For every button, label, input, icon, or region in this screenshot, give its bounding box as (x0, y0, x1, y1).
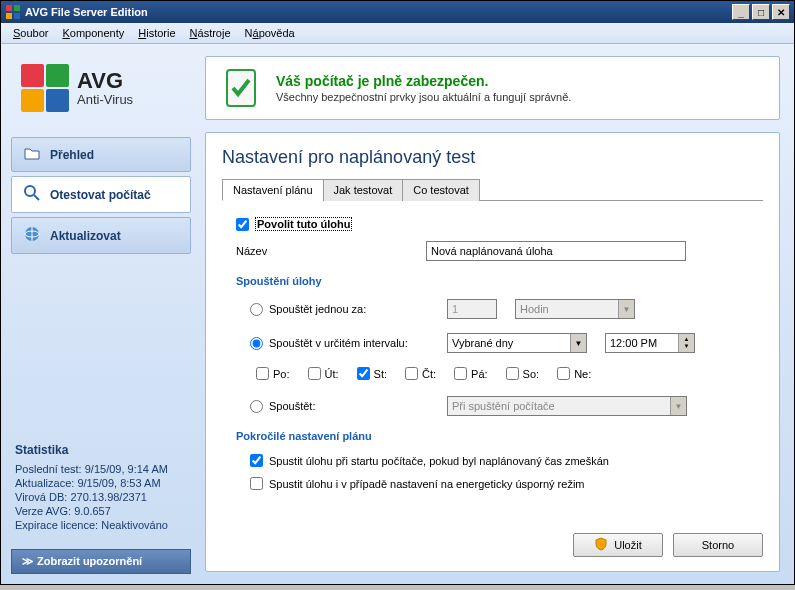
stats-db-value: 270.13.98/2371 (70, 491, 146, 503)
stats-lic-value: Neaktivováno (101, 519, 168, 531)
day-fri-checkbox[interactable] (454, 367, 467, 380)
run-on-select: Při spuštění počítače ▼ (447, 396, 687, 416)
day-sat-label: So: (523, 368, 540, 380)
close-button[interactable]: ✕ (772, 4, 790, 20)
chevron-down-icon[interactable]: ▼ (570, 334, 586, 352)
run-every-value (447, 299, 497, 319)
day-sat-checkbox[interactable] (506, 367, 519, 380)
svg-line-5 (34, 195, 39, 200)
minimize-button[interactable]: _ (732, 4, 750, 20)
chevron-down-icon: ▼ (618, 300, 634, 318)
menu-file[interactable]: Soubor (7, 25, 54, 41)
day-sun-checkbox[interactable] (557, 367, 570, 380)
globe-icon (24, 226, 40, 245)
logo-name: AVG (77, 70, 133, 92)
day-tue-checkbox[interactable] (308, 367, 321, 380)
cancel-button[interactable]: Storno (673, 533, 763, 557)
show-notifications-label: Zobrazit upozornění (37, 555, 142, 567)
svg-rect-1 (14, 5, 20, 11)
magnifier-icon (24, 185, 40, 204)
run-every-label: Spouštět jednou za: (269, 303, 441, 315)
status-title: Váš počítač je plně zabezpečen. (276, 73, 571, 89)
save-button-label: Uložit (614, 539, 642, 551)
nav-update-label: Aktualizovat (50, 229, 121, 243)
maximize-button[interactable]: □ (752, 4, 770, 20)
day-mon-checkbox[interactable] (256, 367, 269, 380)
menu-history[interactable]: Historie (132, 25, 181, 41)
days-row: Po: Út: St: Čt: Pá: So: Ne: (256, 367, 749, 380)
tab-schedule[interactable]: Nastavení plánu (222, 179, 324, 201)
cancel-button-label: Storno (702, 539, 734, 551)
day-thu-label: Čt: (422, 368, 436, 380)
stats-block: Statistika Poslední test: 9/15/09, 9:14 … (11, 437, 191, 539)
run-interval-label: Spouštět v určitém intervalu: (269, 337, 441, 349)
stats-update-label: Aktualizace: (15, 477, 74, 489)
stats-ver-label: Verze AVG: (15, 505, 71, 517)
adv-missed-label: Spustit úlohu při startu počítače, pokud… (269, 455, 609, 467)
folder-icon (24, 146, 40, 163)
task-name-input[interactable] (426, 241, 686, 261)
day-tue-label: Út: (325, 368, 339, 380)
save-button[interactable]: Uložit (573, 533, 663, 557)
adv-powersave-checkbox[interactable] (250, 477, 263, 490)
nav-overview-label: Přehled (50, 148, 94, 162)
day-wed-label: St: (374, 368, 387, 380)
nav-update[interactable]: Aktualizovat (11, 217, 191, 254)
day-thu-checkbox[interactable] (405, 367, 418, 380)
panel-title: Nastavení pro naplánovaný test (222, 147, 763, 168)
nav-scan[interactable]: Otestovat počítač (11, 176, 191, 213)
stats-update-value: 9/15/09, 8:53 AM (77, 477, 160, 489)
adv-powersave-label: Spustit úlohu i v případě nastavení na e… (269, 478, 585, 490)
stats-db-label: Virová DB: (15, 491, 67, 503)
shield-icon (594, 537, 608, 553)
tab-what[interactable]: Co testovat (402, 179, 480, 201)
shield-check-icon (220, 67, 262, 109)
svg-rect-0 (6, 5, 12, 11)
menu-components[interactable]: Komponenty (56, 25, 130, 41)
menu-help[interactable]: Nápověda (239, 25, 301, 41)
app-icon (5, 4, 21, 20)
interval-time-value: 12:00 PM (606, 337, 678, 349)
logo: AVG Anti-Virus (11, 64, 191, 112)
stats-lic-label: Expirace licence: (15, 519, 98, 531)
menu-tools[interactable]: Nástroje (184, 25, 237, 41)
tabs: Nastavení plánu Jak testovat Co testovat (222, 178, 763, 201)
svg-point-4 (25, 186, 35, 196)
name-label: Název (236, 245, 426, 257)
nav-scan-label: Otestovat počítač (50, 188, 151, 202)
run-on-value: Při spuštění počítače (448, 400, 670, 412)
app-window: AVG File Server Edition _ □ ✕ Soubor Kom… (0, 0, 795, 585)
tab-how[interactable]: Jak testovat (323, 179, 404, 201)
stats-ver-value: 9.0.657 (74, 505, 111, 517)
window-title: AVG File Server Edition (25, 6, 732, 18)
adv-missed-checkbox[interactable] (250, 454, 263, 467)
chevron-down-icon: ▼ (670, 397, 686, 415)
spinner-icon[interactable]: ▲▼ (678, 334, 694, 352)
menubar: Soubor Komponenty Historie Nástroje Nápo… (1, 23, 794, 44)
svg-rect-3 (14, 13, 20, 19)
run-on-radio[interactable] (250, 400, 263, 413)
titlebar: AVG File Server Edition _ □ ✕ (1, 1, 794, 23)
run-on-label: Spouštět: (269, 400, 441, 412)
advanced-heading: Pokročilé nastavení plánu (236, 430, 749, 442)
interval-days-select[interactable]: Vybrané dny ▼ (447, 333, 587, 353)
enable-task-label: Povolit tuto úlohu (255, 217, 352, 231)
status-sub: Všechny bezpečnostní prvky jsou aktuální… (276, 91, 571, 103)
run-every-unit-value: Hodin (516, 303, 618, 315)
run-interval-radio[interactable] (250, 337, 263, 350)
interval-time-select[interactable]: 12:00 PM ▲▼ (605, 333, 695, 353)
nav-overview[interactable]: Přehled (11, 137, 191, 172)
day-wed-checkbox[interactable] (357, 367, 370, 380)
run-every-radio[interactable] (250, 303, 263, 316)
stats-lastscan-value: 9/15/09, 9:14 AM (85, 463, 168, 475)
svg-rect-2 (6, 13, 12, 19)
day-fri-label: Pá: (471, 368, 488, 380)
enable-task-checkbox[interactable] (236, 218, 249, 231)
status-banner: Váš počítač je plně zabezpečen. Všechny … (205, 56, 780, 120)
sidebar: AVG Anti-Virus Přehled Otestovat počítač (1, 44, 201, 584)
day-sun-label: Ne: (574, 368, 591, 380)
show-notifications-button[interactable]: ≫ Zobrazit upozornění (11, 549, 191, 574)
logo-sub: Anti-Virus (77, 92, 133, 107)
stats-title: Statistika (15, 443, 187, 457)
schedule-heading: Spouštění úlohy (236, 275, 749, 287)
